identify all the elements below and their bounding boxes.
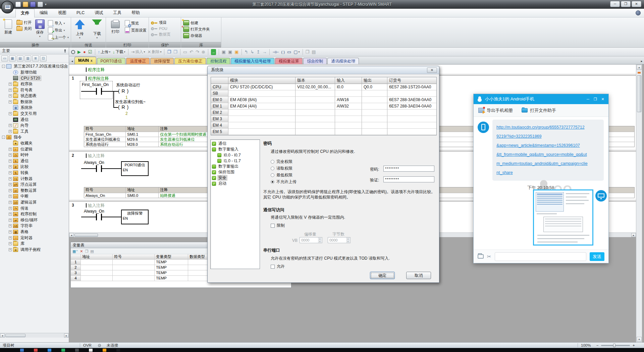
toolbar-button[interactable]: ↑ 上传 ▾ <box>97 49 111 55</box>
paste-icon[interactable]: ▤ <box>90 249 94 254</box>
network-comment[interactable]: 输入注释 <box>88 153 105 159</box>
category-label[interactable]: 通信 <box>217 141 227 146</box>
offset-spinner[interactable]: 0000 <box>300 237 322 243</box>
tree-item-label[interactable]: 交叉引用 <box>19 111 38 117</box>
tree-item[interactable]: - 第三套2017.7.20压差液位综合 <box>1 63 69 70</box>
coil-label[interactable]: 发生器液位到低~ <box>115 99 146 105</box>
category-label[interactable]: 安全 <box>217 175 227 181</box>
coil-symbol[interactable]: ( R ) <box>118 104 129 110</box>
module-table-row[interactable]: SB <box>211 90 436 97</box>
chat-link[interactable]: &tt_from=mobile_qq&utm_source=mobile_qq&… <box>496 150 600 159</box>
category-item[interactable]: ✓ 通信 <box>211 141 259 146</box>
category-item[interactable]: 数字量输入 <box>211 146 259 152</box>
phone-close-icon[interactable]: ✕ <box>600 97 605 101</box>
chat-link[interactable]: 9219/?iid=32322351869 <box>496 132 600 141</box>
toolbar-button[interactable] <box>241 49 242 55</box>
tree-item-label[interactable]: 程序控制 <box>19 211 38 217</box>
toolbar-button[interactable]: ↰ <box>244 49 249 55</box>
chat-link[interactable]: m_medium=toutiao_android&utm_campaign=cl… <box>496 159 600 168</box>
menu-tab[interactable]: 文件 <box>15 9 35 17</box>
function-box[interactable]: 故障报警 EN <box>121 210 149 224</box>
scrollbar-thumb[interactable] <box>5 334 25 337</box>
toolbar-button[interactable]: ▭ <box>182 49 188 55</box>
page-setup-button[interactable]: 页面设置 <box>125 27 147 33</box>
download-button[interactable]: 下载▾ <box>91 19 104 39</box>
app-menu-button[interactable] <box>1 1 14 13</box>
phone-maximize-icon[interactable]: ❐ <box>593 97 598 101</box>
toolbar-button[interactable]: ↷ <box>195 49 200 55</box>
chat-link[interactable]: http://m.toutiaocdn.cn/group/65557372777… <box>496 123 600 132</box>
taskbar-app-icon[interactable] <box>75 349 79 352</box>
tree-item[interactable]: + 工具 <box>1 129 69 135</box>
tree-item[interactable]: + ±I 整数运算 <box>1 187 69 193</box>
tree-expander-icon[interactable]: + <box>9 213 12 216</box>
checkbox-icon[interactable] <box>271 265 275 269</box>
category-item[interactable]: ✓ 启动 <box>211 181 259 186</box>
tree-item-label[interactable]: 调用子例程 <box>19 247 42 253</box>
previous-button[interactable]: ↷上一个▾ <box>48 34 69 40</box>
toolbar-button[interactable] <box>128 49 128 55</box>
toolbar-button[interactable]: ▢ ▾ <box>293 49 300 55</box>
tree-item[interactable]: + 程序块 <box>1 81 69 87</box>
open-button[interactable]: 打开 <box>16 20 32 25</box>
menu-tab[interactable]: 编辑 <box>35 9 53 17</box>
toolbar-button[interactable]: ❐ <box>166 49 172 55</box>
toolbar-button[interactable]: ● <box>83 49 87 55</box>
open-library-folder-button[interactable]: +打开文件夹 <box>183 27 210 32</box>
editor-tab[interactable]: 模拟量运算 <box>275 58 303 64</box>
allow-checkbox[interactable]: 允许 <box>271 264 285 269</box>
toolbar-button[interactable]: ⊣⊢ <box>272 49 279 55</box>
tree-expander-icon[interactable]: + <box>9 189 12 192</box>
menu-tab[interactable]: 工具 <box>108 9 126 17</box>
menu-tab[interactable]: 调试 <box>90 9 108 17</box>
tree-item-label[interactable]: 计数器 <box>19 176 34 182</box>
close-file-button[interactable]: 关闭 <box>16 26 32 31</box>
file-assistant-button[interactable]: 打开文件助手 <box>522 107 556 114</box>
tree-expander-icon[interactable]: + <box>9 112 12 115</box>
new-file-icon[interactable] <box>15 2 21 7</box>
tree-item[interactable]: + 符号表 <box>1 87 69 93</box>
bytes-spinner[interactable]: 0000 <box>328 237 351 243</box>
toolbar-button[interactable]: ⊗ <box>201 49 206 55</box>
close-button[interactable]: ✕ <box>632 1 641 7</box>
scrollbar-thumb[interactable] <box>637 75 641 112</box>
tree-item[interactable]: + ↑↑ 中断 <box>1 193 69 200</box>
program-comment[interactable]: 程序注释 <box>88 67 105 73</box>
tree-item-label[interactable]: 传送 <box>19 206 30 211</box>
tree-item-label[interactable]: 库 <box>19 241 25 247</box>
toolbar-button[interactable] <box>303 49 303 55</box>
toolbar-button[interactable]: ▭ <box>286 49 292 55</box>
tree-item[interactable]: + ◔ 定时器 <box>1 235 69 241</box>
tree-expander-icon[interactable]: + <box>9 124 12 127</box>
tree-item[interactable]: ★ 收藏夹 <box>1 140 69 146</box>
tree-expander-icon[interactable]: + <box>9 242 12 245</box>
tree-item-label[interactable]: 新增功能 <box>19 70 38 75</box>
tree-item-label[interactable]: 浮点运算 <box>19 182 38 187</box>
category-label[interactable]: 数字量输出 <box>217 164 239 169</box>
toolbar-button[interactable] <box>70 50 76 54</box>
tree-item-label[interactable]: 第三套2017.7.20压差液位综合 <box>13 63 69 69</box>
minimize-button[interactable]: ─ <box>610 1 620 7</box>
tab-close-icon[interactable]: x <box>91 57 93 64</box>
tree-item-label[interactable]: 中断 <box>19 193 30 199</box>
phone-title-bar[interactable]: 小小渔夫1的 Android手机 ─ ❐ ✕ <box>474 94 608 104</box>
function-box[interactable]: PORT0通信 EN <box>121 161 149 176</box>
network-comment[interactable]: 输入注释 <box>88 203 105 209</box>
taskbar-app-icon[interactable] <box>89 349 93 352</box>
toolbar-button[interactable] <box>95 49 95 55</box>
toolbar-button[interactable]: ↥ <box>256 49 261 55</box>
view-button[interactable]: ▦ <box>9 55 16 61</box>
preview-button[interactable]: 预览 <box>125 20 147 26</box>
message-input[interactable] <box>495 252 586 261</box>
quick-access-dropdown-icon[interactable]: ▾ <box>45 3 47 6</box>
tree-expander-icon[interactable]: + <box>9 89 12 92</box>
tree-expander-icon[interactable]: + <box>9 130 12 133</box>
category-item[interactable]: ✓ 安全 <box>211 175 259 181</box>
tree-item[interactable]: + ⇅ 转换 <box>1 170 69 176</box>
taskbar-app-icon[interactable] <box>103 349 106 352</box>
toolbar-button[interactable]: ↳ <box>250 49 255 55</box>
open-file-icon[interactable] <box>23 2 28 7</box>
tree-item[interactable]: + ↷ 传送 <box>1 205 69 211</box>
insert-row-icon[interactable]: ▦⁺ <box>72 249 78 254</box>
tree-expander-icon[interactable]: + <box>9 219 12 222</box>
